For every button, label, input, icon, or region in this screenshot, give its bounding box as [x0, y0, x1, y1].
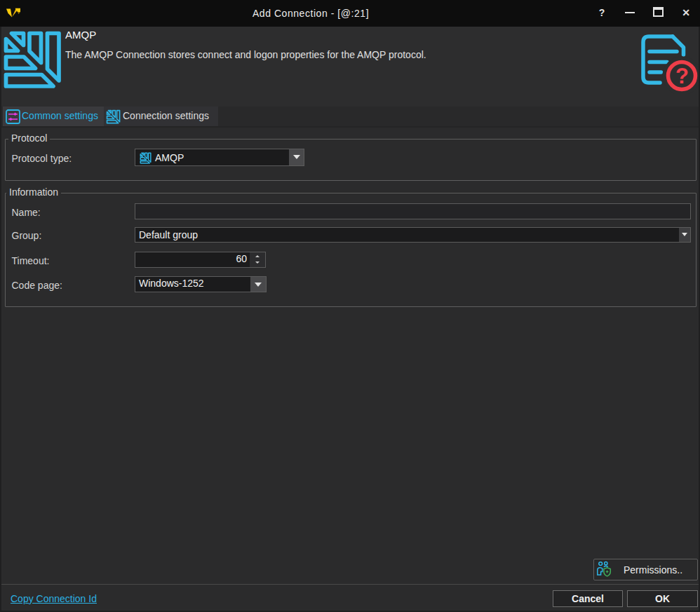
svg-text:?: ? [675, 64, 689, 88]
